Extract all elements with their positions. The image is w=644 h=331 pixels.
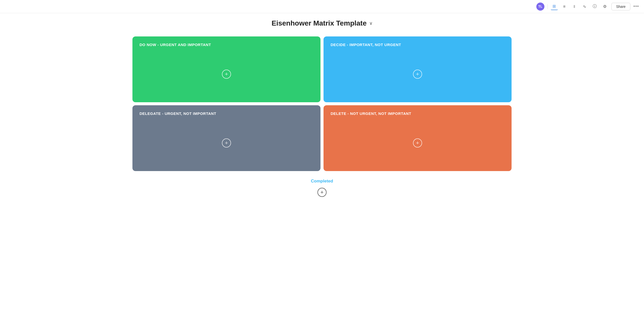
matrix-grid: DO NOW - Urgent and important + DECIDE -… [132,36,512,171]
delegate-add-button[interactable]: + [222,138,231,148]
page-title: Eisenhower Matrix Template [271,19,366,27]
columns-view-icon[interactable]: ⦀ [571,3,578,10]
completed-label[interactable]: Completed [311,179,333,184]
do-now-cell: DO NOW - Urgent and important + [132,36,320,102]
delegate-cell: DELEGATE - Urgent, not important + [132,105,320,171]
delegate-label: DELEGATE - Urgent, not important [140,111,313,116]
list-view-icon[interactable]: ≡ [561,3,568,10]
completed-add-button[interactable]: + [317,188,327,197]
settings-icon[interactable]: ⚙ [601,3,608,10]
more-options-button[interactable]: ••• [633,4,639,9]
decide-cell: DECIDE - Important, not urgent + [324,36,512,102]
do-now-add-button[interactable]: + [222,70,231,79]
do-now-add-circle[interactable]: + [222,70,231,79]
decide-label: DECIDE - Important, not urgent [331,43,504,47]
delete-add-circle[interactable]: + [413,138,422,148]
grid-view-icon[interactable]: ⊞ [551,3,558,10]
delete-cell: DELETE - Not urgent, not important + [324,105,512,171]
delete-add-button[interactable]: + [413,138,422,148]
completed-section: Completed + [5,179,639,197]
decide-add-circle[interactable]: + [413,70,422,79]
delegate-add-circle[interactable]: + [222,138,231,148]
toolbar: TL ⊞ ≡ ⦀ ∿ ⓘ ⚙ Share ••• [0,0,644,13]
info-icon[interactable]: ⓘ [591,3,598,10]
do-now-label: DO NOW - Urgent and important [140,43,313,47]
delete-label: DELETE - Not urgent, not important [331,111,504,116]
user-avatar[interactable]: TL [536,3,544,11]
share-button[interactable]: Share [611,3,630,10]
toolbar-divider [547,4,548,9]
title-dropdown-icon[interactable]: ∨ [369,20,373,26]
decide-add-button[interactable]: + [413,70,422,79]
main-content: DO NOW - Urgent and important + DECIDE -… [0,32,644,331]
chart-view-icon[interactable]: ∿ [581,3,588,10]
page-header: Eisenhower Matrix Template ∨ [0,13,644,32]
